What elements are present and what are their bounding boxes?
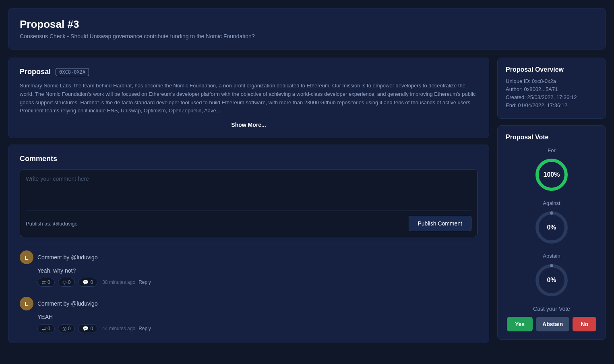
vote-abstain-pct: 0% [547, 277, 556, 284]
header-card: Proposal #3 Consensus Check - Should Uni… [8, 8, 606, 50]
proposal-body: Summary Nomic Labs, the team behind Hard… [20, 82, 478, 115]
comment-textarea[interactable] [26, 176, 471, 208]
vote-abstain-donut: 0% [533, 262, 570, 298]
comments-card: Comments Publish as: @luduvigo Publish C… [8, 145, 489, 343]
vote-abstain-button[interactable]: Abstain [536, 317, 569, 331]
avatar: L [20, 297, 33, 310]
time-ago: 38 minutes ago [102, 279, 135, 285]
upvote-pill[interactable]: ⇄ 0 [37, 324, 55, 333]
right-column: Proposal Overview Unique ID: 0xc8-0x2a A… [497, 58, 606, 340]
comment-author-row: L Comment by @luduvigo [20, 297, 478, 310]
comment-author: Comment by @luduvigo [37, 300, 98, 307]
vote-abstain-label: Abstain [543, 253, 560, 259]
vote-for-pct: 100% [544, 171, 560, 178]
view-pill[interactable]: ◎ 0 [58, 278, 75, 287]
proposal-label: Proposal [20, 68, 51, 76]
vote-for-section: For 100% [506, 147, 597, 193]
vote-against-donut: 0% [533, 209, 570, 246]
proposal-badge: 0XC8-0X2A [56, 68, 89, 76]
view-pill[interactable]: ◎ 0 [58, 324, 75, 333]
comment-footer: Publish as: @luduvigo Publish Comment [26, 211, 471, 231]
vote-for-label: For [548, 147, 556, 153]
publish-as-label: Publish as: @luduvigo [26, 221, 78, 227]
comment-body: Yeah, why not? [37, 267, 478, 274]
page-title: Proposal #3 [20, 18, 594, 31]
proposal-card: Proposal 0XC8-0X2A Summary Nomic Labs, t… [8, 58, 489, 138]
reply-button[interactable]: Reply [139, 279, 151, 285]
overview-title: Proposal Overview [506, 66, 597, 73]
show-more-button[interactable]: Show More... [20, 122, 478, 128]
overview-end: End: 01/04/2022, 17:36:12 [506, 102, 597, 108]
vote-against-label: Against [543, 200, 560, 206]
overview-unique-id: Unique ID: 0xc8-0x2a [506, 78, 597, 84]
vote-yes-button[interactable]: Yes [507, 317, 533, 331]
comment-body: YEAH [37, 314, 478, 320]
vote-no-button[interactable]: No [573, 317, 596, 331]
vote-card: Proposal Vote For 100% Against [497, 125, 606, 340]
overview-author: Author: 0x8002...5A71 [506, 86, 597, 92]
replies-pill[interactable]: 💬 0 [78, 324, 97, 333]
comment-item: L Comment by @luduvigo Yeah, why not? ⇄ … [20, 244, 478, 287]
vote-for-donut: 100% [533, 157, 570, 193]
reply-button[interactable]: Reply [139, 326, 151, 331]
main-layout: Proposal 0XC8-0X2A Summary Nomic Labs, t… [8, 58, 606, 343]
time-ago: 44 minutes ago [102, 326, 135, 331]
overview-card: Proposal Overview Unique ID: 0xc8-0x2a A… [497, 58, 606, 119]
page-subtitle: Consensus Check - Should Uniswap governa… [20, 33, 594, 39]
cast-vote-section: Cast your Vote Yes Abstain No [506, 306, 597, 331]
vote-against-section: Against 0% [506, 200, 597, 246]
vote-abstain-section: Abstain 0% [506, 253, 597, 298]
vote-buttons: Yes Abstain No [506, 317, 597, 331]
comments-title: Comments [20, 155, 478, 163]
upvote-pill[interactable]: ⇄ 0 [37, 278, 55, 287]
comment-item: L Comment by @luduvigo YEAH ⇄ 0 ◎ 0 💬 0 … [20, 290, 478, 333]
vote-title: Proposal Vote [506, 134, 597, 141]
replies-pill[interactable]: 💬 0 [78, 278, 97, 287]
comment-actions: ⇄ 0 ◎ 0 💬 0 44 minutes ago Reply [37, 324, 478, 333]
proposal-header: Proposal 0XC8-0X2A [20, 68, 478, 76]
vote-against-pct: 0% [547, 224, 556, 231]
comment-actions: ⇄ 0 ◎ 0 💬 0 38 minutes ago Reply [37, 278, 478, 287]
overview-created: Created: 25/03/2022, 17:36:12 [506, 94, 597, 100]
cast-vote-label: Cast your Vote [506, 306, 597, 312]
comment-input-area: Publish as: @luduvigo Publish Comment [20, 170, 478, 237]
publish-comment-button[interactable]: Publish Comment [409, 216, 472, 231]
comment-author-row: L Comment by @luduvigo [20, 250, 478, 264]
left-column: Proposal 0XC8-0X2A Summary Nomic Labs, t… [8, 58, 489, 343]
avatar: L [20, 250, 33, 264]
comment-author: Comment by @luduvigo [37, 254, 98, 261]
